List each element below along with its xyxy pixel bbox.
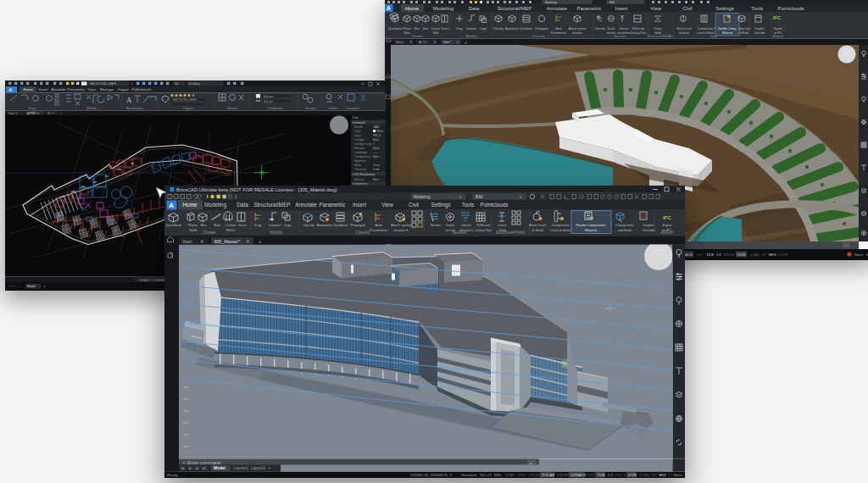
svg-text:Graphic: Graphic xyxy=(754,27,765,31)
svg-text:Stair: Stair xyxy=(423,27,430,31)
svg-text:HK3: HK3 xyxy=(769,253,776,257)
svg-text:✕: ✕ xyxy=(200,239,204,244)
svg-text:Annotations: Annotations xyxy=(126,107,143,110)
svg-text:Classify: Classify xyxy=(531,34,545,38)
svg-text:2AE5: 2AE5 xyxy=(373,125,380,129)
svg-text:Parametrize: Parametrize xyxy=(551,31,566,35)
svg-text:IFC: IFC xyxy=(773,15,781,20)
svg-text:Color: Color xyxy=(354,130,362,133)
svg-text:Planar: Planar xyxy=(403,27,412,31)
svg-text:RM_R: RM_R xyxy=(373,134,381,137)
svg-text:|◂: |◂ xyxy=(181,466,185,470)
svg-text:Attach spatial: Attach spatial xyxy=(391,223,410,227)
svg-text:View: View xyxy=(87,87,96,92)
svg-text:1:1: 1:1 xyxy=(608,473,614,477)
svg-text:A FWF ✕: A FWF ✕ xyxy=(27,112,39,115)
svg-text:Database: Database xyxy=(334,223,348,227)
svg-text:Reflected: Reflected xyxy=(632,27,644,31)
svg-text:A: A xyxy=(8,87,12,92)
svg-text:Publishtools: Publishtools xyxy=(131,87,152,92)
svg-text:Linear: Linear xyxy=(654,27,662,31)
svg-text:Ready: Ready xyxy=(167,473,178,477)
svg-text:Detail: Detail xyxy=(446,224,454,227)
svg-text:Linear: Linear xyxy=(498,224,507,227)
svg-text:+: + xyxy=(268,466,270,470)
svg-text:to IFC: to IFC xyxy=(774,31,782,35)
svg-text:of detail: of detail xyxy=(531,228,543,232)
svg-text:Hyperlink: Hyperlink xyxy=(354,159,366,163)
svg-text:Home: Home xyxy=(405,6,420,11)
svg-text:Transparency: Transparency xyxy=(354,155,371,158)
svg-text:and Ends: and Ends xyxy=(618,228,632,232)
svg-text:0: 0 xyxy=(235,195,237,199)
svg-text:section: section xyxy=(607,31,616,35)
svg-text:location ▾: location ▾ xyxy=(394,228,408,232)
svg-text:Parametric: Parametric xyxy=(67,87,86,92)
svg-text:ByLa: ByLa xyxy=(373,155,379,158)
svg-text:1: 1 xyxy=(373,142,375,146)
svg-text:Interior: Interior xyxy=(461,224,471,227)
svg-text:Start: Start xyxy=(396,40,404,44)
svg-text:Data: Data xyxy=(469,6,480,11)
svg-text:Modeling: Modeling xyxy=(204,202,226,208)
svg-text:Structural/MEP: Structural/MEP xyxy=(498,6,531,11)
svg-text:Data: Data xyxy=(236,202,248,208)
svg-text:None: None xyxy=(674,473,683,477)
svg-text:Wall ▾: Wall ▾ xyxy=(226,228,236,232)
svg-text:✕: ✕ xyxy=(131,81,133,86)
svg-text:Start: Start xyxy=(182,239,192,244)
svg-text:✕: ✕ xyxy=(433,40,437,44)
svg-text:Parametric: Parametric xyxy=(576,6,601,11)
svg-text:Copy: Copy xyxy=(480,27,487,31)
svg-text:RT: RT xyxy=(762,253,767,257)
svg-text:Curtain: Curtain xyxy=(225,223,236,227)
svg-text:IFC: IFC xyxy=(663,215,671,220)
svg-text:Annotate: Annotate xyxy=(295,202,317,208)
svg-text:Level of detail: Level of detail xyxy=(697,31,715,35)
svg-text:Blocks: Blocks xyxy=(227,107,236,110)
svg-text:Insert: Insert xyxy=(238,223,248,227)
svg-text:Create: Create xyxy=(203,230,215,235)
svg-text:1:1: 1:1 xyxy=(716,253,722,257)
svg-text:0 mm: 0 mm xyxy=(373,168,380,171)
svg-text:Ra: Ra xyxy=(175,82,179,86)
svg-text:Wall: Wall xyxy=(433,31,439,35)
svg-text:Home: Home xyxy=(23,87,33,92)
svg-text:Structural/MEP: Structural/MEP xyxy=(254,202,291,208)
svg-text:Solid: Solid xyxy=(403,31,410,35)
svg-text:ByLayer: ByLayer xyxy=(264,100,275,103)
svg-text:Auto: Auto xyxy=(556,27,562,31)
svg-text:Drag: Drag xyxy=(456,27,462,31)
svg-text:View: View xyxy=(381,202,393,208)
svg-text:elevations: elevations xyxy=(459,229,474,232)
svg-text:Level of detail: Level of detail xyxy=(550,228,570,232)
svg-text:✕: ✕ xyxy=(456,40,459,44)
svg-text:DUCS: DUCS xyxy=(615,473,626,477)
svg-text:Section: Section xyxy=(595,27,604,31)
svg-text:DYN: DYN xyxy=(737,253,745,257)
svg-text:HK3: HK3 xyxy=(659,473,666,477)
svg-text:Solid: Solid xyxy=(498,229,505,232)
svg-text:Graphic: Graphic xyxy=(643,223,654,227)
svg-text:Material: Material xyxy=(722,31,732,35)
svg-text:BIM: BIM xyxy=(609,1,615,4)
svg-text:Automatch: Automatch xyxy=(505,27,519,31)
svg-text:Pointclouds: Pointclouds xyxy=(777,6,804,11)
svg-text:Drag: Drag xyxy=(254,223,261,227)
svg-text:Block Level: Block Level xyxy=(676,27,692,31)
svg-text:Civil: Civil xyxy=(409,202,419,208)
svg-text:Ceiling Plan: Ceiling Plan xyxy=(475,229,492,232)
svg-text:View: View xyxy=(651,6,663,11)
svg-text:LWT: LWT xyxy=(587,473,595,477)
svg-text:Insert: Insert xyxy=(615,6,627,11)
svg-text:Material: Material xyxy=(354,178,364,181)
svg-text:Modeling: Modeling xyxy=(414,195,431,199)
svg-text:▸|: ▸| xyxy=(203,466,206,470)
svg-text:Linetype: Linetype xyxy=(354,138,364,142)
svg-text:▴: ▴ xyxy=(530,461,531,465)
svg-text:Composition: Composition xyxy=(551,223,570,227)
svg-text:▸: ▸ xyxy=(44,285,46,288)
svg-text:LOOK: LOOK xyxy=(778,253,788,257)
svg-text:POLAR: POLAR xyxy=(542,473,555,477)
svg-text:Auto: Auto xyxy=(376,223,382,227)
